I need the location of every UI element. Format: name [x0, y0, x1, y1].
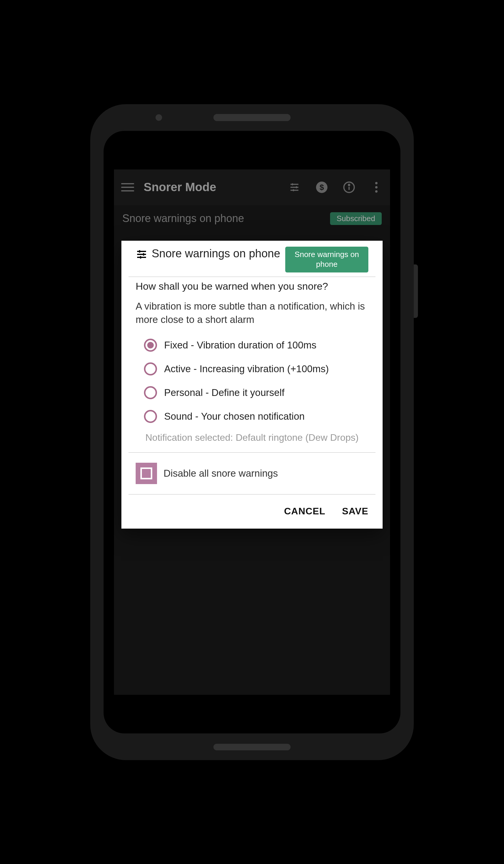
- phone-bottom-speaker: [213, 744, 291, 750]
- radio-label: Personal - Define it yourself: [164, 387, 284, 398]
- phone-frame: Snorer Mode $: [90, 104, 414, 760]
- dialog-description: A vibration is more subtle than a notifi…: [136, 300, 368, 326]
- save-button[interactable]: SAVE: [342, 506, 368, 517]
- radio-group: Fixed - Vibration duration of 100ms Acti…: [136, 333, 368, 428]
- notification-note: Notification selected: Default ringtone …: [136, 431, 368, 444]
- dialog-title: Snore warnings on phone: [152, 247, 281, 261]
- phone-side-button: [414, 264, 418, 318]
- modal-overlay: Snore warnings on phone Snore warnings o…: [114, 169, 390, 695]
- phone-camera: [156, 114, 162, 121]
- dialog-body: How shall you be warned when you snore? …: [121, 277, 383, 444]
- disable-warnings-row[interactable]: Disable all snore warnings: [121, 453, 383, 494]
- dialog-actions: CANCEL SAVE: [121, 494, 383, 523]
- dialog: Snore warnings on phone Snore warnings o…: [121, 241, 383, 529]
- radio-icon: [144, 339, 157, 352]
- radio-label: Sound - Your chosen notification: [164, 411, 304, 422]
- radio-icon: [144, 362, 157, 375]
- radio-label: Fixed - Vibration duration of 100ms: [164, 339, 316, 351]
- radio-label: Active - Increasing vibration (+100ms): [164, 363, 329, 374]
- radio-option-sound[interactable]: Sound - Your chosen notification: [144, 405, 368, 428]
- radio-option-personal[interactable]: Personal - Define it yourself: [144, 381, 368, 405]
- radio-option-fixed[interactable]: Fixed - Vibration duration of 100ms: [144, 333, 368, 357]
- dialog-question: How shall you be warned when you snore?: [136, 280, 368, 292]
- checkbox-icon: [136, 463, 157, 484]
- dialog-context-badge[interactable]: Snore warnings on phone: [285, 247, 368, 273]
- tune-icon: [136, 249, 147, 262]
- cancel-button[interactable]: CANCEL: [284, 506, 325, 517]
- checkbox-label: Disable all snore warnings: [164, 468, 278, 479]
- dialog-header: Snore warnings on phone Snore warnings o…: [129, 241, 375, 277]
- radio-icon: [144, 386, 157, 399]
- radio-option-active[interactable]: Active - Increasing vibration (+100ms): [144, 357, 368, 381]
- app-screen: Snorer Mode $: [114, 169, 390, 695]
- radio-icon: [144, 410, 157, 423]
- phone-speaker: [213, 114, 291, 121]
- phone-inner: Snorer Mode $: [104, 131, 400, 733]
